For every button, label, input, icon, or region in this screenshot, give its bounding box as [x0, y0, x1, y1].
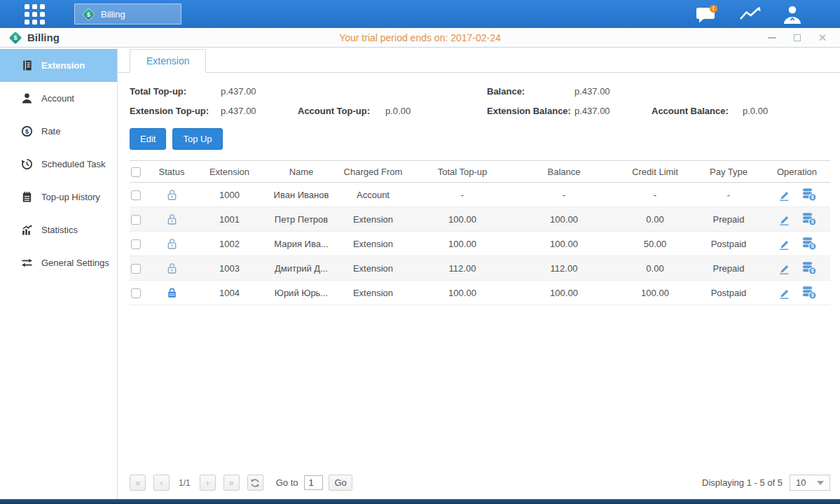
topup-icon[interactable]: $: [801, 188, 817, 202]
sidebar-item-extension[interactable]: Extension: [0, 49, 117, 82]
row-checkbox[interactable]: [131, 288, 141, 298]
column-header: Extension: [189, 167, 270, 177]
lock-open-icon: [165, 237, 179, 248]
total-topup-value: p.437.00: [221, 86, 298, 97]
cell-name: Дмитрий Д...: [270, 263, 333, 274]
user-account-button[interactable]: [782, 5, 803, 24]
top-up-button[interactable]: Top Up: [172, 128, 222, 150]
sidebar-item-rate[interactable]: $ Rate: [0, 115, 117, 148]
sidebar-item-topup-history[interactable]: Top-up History: [0, 181, 117, 214]
sidebar-item-general-settings[interactable]: General Settings: [0, 246, 117, 279]
svg-text:$: $: [811, 267, 814, 274]
row-checkbox[interactable]: [131, 264, 141, 274]
cell-total_topup: -: [413, 190, 511, 200]
refresh-button[interactable]: [247, 475, 263, 491]
row-checkbox[interactable]: [131, 190, 141, 200]
refresh-icon: [250, 478, 260, 488]
goto-page-input[interactable]: [304, 475, 323, 490]
extension-balance-label: Extension Balance:: [487, 106, 574, 116]
cell-extension: 1003: [189, 263, 270, 274]
column-header: Operation: [764, 167, 830, 177]
cell-charged_from: Extension: [333, 239, 413, 249]
cell-extension: 1002: [189, 239, 270, 249]
column-header: Balance: [511, 167, 617, 177]
table-row: 1000Иван ИвановAccount----$: [130, 183, 830, 207]
next-page-button[interactable]: ›: [200, 475, 216, 491]
sidebar-item-statistics[interactable]: Statistics: [0, 214, 117, 246]
cell-credit_limit: -: [617, 190, 694, 200]
svg-text:$: $: [811, 292, 814, 298]
topup-icon[interactable]: $: [801, 286, 817, 300]
sidebar-item-account[interactable]: Account: [0, 82, 117, 115]
billing-diamond-icon: $: [82, 8, 95, 21]
cell-balance: -: [511, 190, 617, 200]
window-titlebar: $ Billing Your trial period ends on: 201…: [0, 28, 840, 48]
cell-extension: 1001: [189, 214, 270, 225]
cell-charged_from: Extension: [333, 263, 413, 274]
sidebar-item-label: Extension: [41, 60, 85, 71]
sidebar-item-label: Scheduled Task: [41, 159, 106, 169]
edit-button[interactable]: Edit: [130, 128, 166, 150]
last-page-button[interactable]: »: [223, 475, 240, 491]
tab-extension[interactable]: Extension: [130, 49, 206, 73]
chat-bubble-icon: !: [696, 5, 719, 24]
maximize-button[interactable]: [792, 33, 802, 43]
extension-topup-label: Extension Top-up:: [130, 106, 221, 116]
trial-notice: Your trial period ends on: 2017-02-24: [0, 32, 840, 43]
cell-name: Мария Ива...: [270, 239, 333, 249]
cell-total_topup: 112.00: [413, 263, 511, 274]
page-indicator: 1/1: [179, 478, 191, 488]
page-size-select[interactable]: 10: [790, 475, 830, 491]
table-header: StatusExtensionNameCharged FromTotal Top…: [130, 160, 830, 183]
svg-text:$: $: [13, 34, 17, 41]
cell-extension: 1004: [189, 288, 270, 298]
svg-text:!: !: [712, 5, 715, 12]
line-chart-icon: [739, 6, 762, 22]
select-all-checkbox[interactable]: [131, 167, 141, 177]
monitor-button[interactable]: [739, 6, 762, 22]
row-checkbox[interactable]: [131, 215, 141, 225]
topup-icon[interactable]: $: [801, 237, 817, 251]
sidebar-item-label: Rate: [41, 126, 60, 136]
topup-icon[interactable]: $: [801, 261, 817, 275]
cell-pay_type: -: [694, 190, 764, 200]
cell-name: Юрий Юрь...: [270, 288, 333, 298]
edit-icon[interactable]: [777, 261, 791, 275]
go-button[interactable]: Go: [329, 475, 352, 491]
edit-icon[interactable]: [777, 237, 791, 251]
row-checkbox[interactable]: [131, 239, 141, 249]
svg-text:$: $: [25, 128, 29, 135]
column-header: Total Top-up: [413, 167, 511, 177]
edit-icon[interactable]: [777, 188, 791, 202]
account-balance-label: Account Balance:: [652, 106, 743, 116]
edit-icon[interactable]: [777, 212, 791, 226]
close-button[interactable]: ✕: [818, 33, 827, 43]
cell-extension: 1000: [189, 190, 270, 200]
sidebar-item-scheduled-task[interactable]: Scheduled Task: [0, 148, 117, 181]
prev-page-button[interactable]: ‹: [153, 475, 170, 491]
cell-credit_limit: 0.00: [617, 263, 694, 274]
account-topup-label: Account Top-up:: [298, 106, 385, 116]
notifications-button[interactable]: !: [696, 5, 719, 24]
lock-open-icon: [165, 213, 179, 223]
cell-balance: 112.00: [511, 263, 617, 274]
window-title-text: Billing: [27, 31, 60, 43]
minimize-button[interactable]: [767, 33, 777, 43]
balance-label: Balance:: [487, 86, 574, 97]
edit-icon[interactable]: [777, 286, 791, 300]
lock-open-icon: [165, 188, 179, 199]
sidebar-item-label: Top-up History: [41, 192, 100, 202]
cell-pay_type: Prepaid: [694, 214, 764, 225]
sliders-icon: [21, 257, 33, 269]
notepad-icon: [21, 191, 33, 203]
cell-credit_limit: 50.00: [617, 239, 694, 249]
first-page-button[interactable]: «: [130, 475, 146, 491]
taskbar-tab-billing[interactable]: $ Billing: [74, 4, 181, 24]
cell-charged_from: Extension: [333, 214, 413, 225]
cell-pay_type: Postpaid: [694, 288, 764, 298]
app-grid-icon[interactable]: [25, 4, 45, 24]
topup-icon[interactable]: $: [801, 212, 817, 226]
lock-closed-icon: [165, 286, 179, 297]
svg-text:$: $: [811, 218, 814, 225]
extensions-table: StatusExtensionNameCharged FromTotal Top…: [130, 160, 830, 305]
